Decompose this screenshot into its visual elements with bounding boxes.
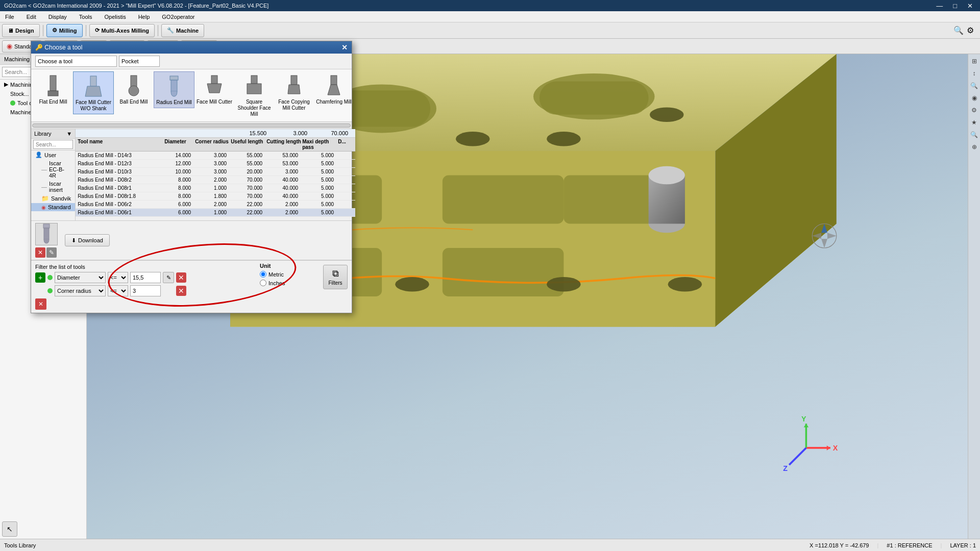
unit-inches-label[interactable]: Inches xyxy=(260,280,317,286)
unit-inches-radio[interactable] xyxy=(260,280,266,286)
filter-property-select-1[interactable]: Diameter Corner radius Useful length xyxy=(55,272,106,283)
menu-opelistis[interactable]: Opelistis xyxy=(101,13,129,21)
lib-item-user[interactable]: 👤 User xyxy=(31,151,75,159)
rt-icon-7[interactable]: 🔍 xyxy=(969,130,979,140)
window-controls[interactable]: — □ ✕ xyxy=(933,2,976,10)
svg-point-12 xyxy=(547,132,581,146)
machine-icon: 🔧 xyxy=(167,27,174,34)
svg-marker-37 xyxy=(827,233,837,239)
rt-icon-3[interactable]: 🔍 xyxy=(969,81,979,91)
filter-value-input-1[interactable] xyxy=(130,272,161,283)
tool-icon-face-copying[interactable]: Face Copying Mill Cutter xyxy=(274,71,314,113)
multi-axes-btn[interactable]: ⟳ Multi-Axes Milling xyxy=(89,24,155,37)
lib-item-standard[interactable]: ◉ Standard xyxy=(31,203,75,211)
machine-btn[interactable]: 🔧 Machine xyxy=(161,24,204,37)
tool-icon-face-mill-cutter[interactable]: Face Mill Cutter xyxy=(194,71,234,107)
add-filter-btn[interactable]: + xyxy=(35,272,45,283)
svg-marker-29 xyxy=(804,423,809,427)
rt-icon-1[interactable]: ⊞ xyxy=(969,56,979,66)
icon-1[interactable]: 🔍 xyxy=(953,26,964,35)
lib-item-iscar-insert[interactable]: — Iscar insert xyxy=(31,180,75,194)
sidebar-btn-1[interactable]: ↖ xyxy=(2,521,17,537)
svg-rect-51 xyxy=(331,76,337,85)
lib-item-sandvik[interactable]: 📁 Sandvik xyxy=(31,194,75,203)
menu-edit[interactable]: Edit xyxy=(23,13,39,21)
unit-label: Unit xyxy=(260,263,317,269)
square-shoulder-shape xyxy=(242,73,266,98)
green-dot xyxy=(10,101,15,106)
tool-icon-face-mill-cutter-wo-shank[interactable]: Face Mill Cutter W/O Shank xyxy=(73,71,114,114)
table-row[interactable]: Radius End Mill - D08r1.8 8.000 1.800 70… xyxy=(76,192,355,201)
rt-icon-4[interactable]: ◉ xyxy=(969,93,979,103)
menu-display[interactable]: Display xyxy=(45,13,70,21)
table-row[interactable]: Radius End Mill - D08r2 8.000 2.000 70.0… xyxy=(76,176,355,184)
table-row[interactable]: Radius End Mill - D14r3 14.000 3.000 55.… xyxy=(76,152,355,160)
delete-tool-btn[interactable]: ✕ xyxy=(35,247,45,258)
menu-tools[interactable]: Tools xyxy=(76,13,95,21)
lib-item-iscar-ec[interactable]: — Iscar EC-B-4R xyxy=(31,159,75,180)
rt-icon-5[interactable]: ⚙ xyxy=(969,105,979,115)
tool-icon-chamfering[interactable]: Chamfering Mill xyxy=(314,71,352,107)
table-row[interactable]: Radius End Mill - D06r1 6.000 1.000 22.0… xyxy=(76,209,355,217)
library-dropdown-arrow[interactable]: ▼ xyxy=(66,131,72,137)
tool-strip-scrollbar[interactable] xyxy=(31,122,352,129)
dialog-titlebar: 🔑 Choose a tool ✕ xyxy=(31,41,352,54)
preview-corner-radius: 3.000 xyxy=(271,130,311,136)
user-icon: 👤 xyxy=(35,152,42,158)
svg-rect-17 xyxy=(443,248,564,296)
menu-go2operator[interactable]: GO2operator xyxy=(159,13,198,21)
filters-btn[interactable]: ⧉ Filters xyxy=(323,265,348,289)
unit-metric-label[interactable]: Metric xyxy=(260,271,317,278)
dialog-close-btn[interactable]: ✕ xyxy=(341,43,348,52)
filter-edit-btn-1[interactable]: ✎ xyxy=(163,272,174,283)
tool-icon-flat-end-mill[interactable]: Flat End Mill xyxy=(33,71,73,107)
filter-left: Filter the list of tools + Diameter Corn… xyxy=(35,264,254,310)
table-row[interactable]: Radius End Mill - D06r2 6.000 2.000 22.0… xyxy=(76,201,355,209)
status-sep-1: | xyxy=(877,542,878,548)
filter-remove-btn-1[interactable]: ✕ xyxy=(176,272,186,283)
rt-icon-8[interactable]: ⊕ xyxy=(969,142,979,152)
minimize-btn[interactable]: — xyxy=(933,2,946,10)
svg-rect-45 xyxy=(171,80,177,91)
edit-tool-btn[interactable]: ✎ xyxy=(46,247,57,258)
tool-list-panel: 15.500 3.000 70.000 Tool name Diameter C… xyxy=(76,129,355,220)
svg-rect-14 xyxy=(443,176,564,224)
svg-text:X: X xyxy=(833,444,838,452)
library-section: Library ▼ 👤 User — Iscar EC-B-4R — Iscar… xyxy=(31,129,352,221)
filter-operator-select-1[interactable]: <= >= = xyxy=(108,272,128,283)
tool-pocket-input[interactable] xyxy=(119,56,160,67)
tool-name-input[interactable] xyxy=(35,56,117,67)
close-btn[interactable]: ✕ xyxy=(964,2,976,10)
table-row[interactable]: Radius End Mill - D12r3 12.000 3.000 55.… xyxy=(76,160,355,168)
menu-file[interactable]: File xyxy=(2,13,17,21)
design-btn[interactable]: 🖥 Design xyxy=(2,24,40,37)
filter-title: Filter the list of tools xyxy=(35,264,254,270)
filter-operator-select-2[interactable]: <= >= = xyxy=(108,285,128,296)
table-row[interactable]: Radius End Mill - D10r3 10.000 3.000 20.… xyxy=(76,168,355,176)
unit-section: Unit Metric Inches xyxy=(258,261,319,313)
rt-icon-6[interactable]: ★ xyxy=(969,117,979,128)
svg-rect-38 xyxy=(50,76,56,91)
filter-delete-btn[interactable]: ✕ xyxy=(35,298,46,310)
svg-rect-56 xyxy=(44,228,49,239)
filter-value-input-2[interactable] xyxy=(130,285,161,296)
tool-icon-ball-end-mill[interactable]: Ball End Mill xyxy=(114,71,154,107)
maximize-btn[interactable]: □ xyxy=(950,2,960,10)
unit-metric-radio[interactable] xyxy=(260,271,266,278)
rt-icon-2[interactable]: ↕ xyxy=(969,68,979,79)
coords-display: X =112.018 Y = -42.679 xyxy=(810,542,869,548)
icon-2[interactable]: ⚙ xyxy=(967,26,974,35)
filter-active-dot-2 xyxy=(47,288,53,293)
tool-icon-square-shoulder[interactable]: Square Shoulder Face Mill xyxy=(234,71,274,119)
menu-help[interactable]: Help xyxy=(135,13,153,21)
tool-icon-radius-end-mill[interactable]: Radius End Mill xyxy=(154,71,194,108)
library-search-input[interactable] xyxy=(33,140,73,149)
minus-icon: — xyxy=(41,166,47,172)
download-btn[interactable]: ⬇ Download xyxy=(65,234,110,246)
filter-remove-btn-2[interactable]: ✕ xyxy=(176,286,186,296)
table-row[interactable]: Radius End Mill - D08r1 8.000 1.000 70.0… xyxy=(76,184,355,192)
filter-property-select-2[interactable]: Corner radius Diameter Useful length xyxy=(55,285,106,296)
milling-btn[interactable]: ⚙ Milling xyxy=(46,24,83,37)
tool-thumbnail-svg xyxy=(37,223,56,245)
right-toolbar: ⊞ ↕ 🔍 ◉ ⚙ ★ 🔍 ⊕ xyxy=(968,54,980,539)
